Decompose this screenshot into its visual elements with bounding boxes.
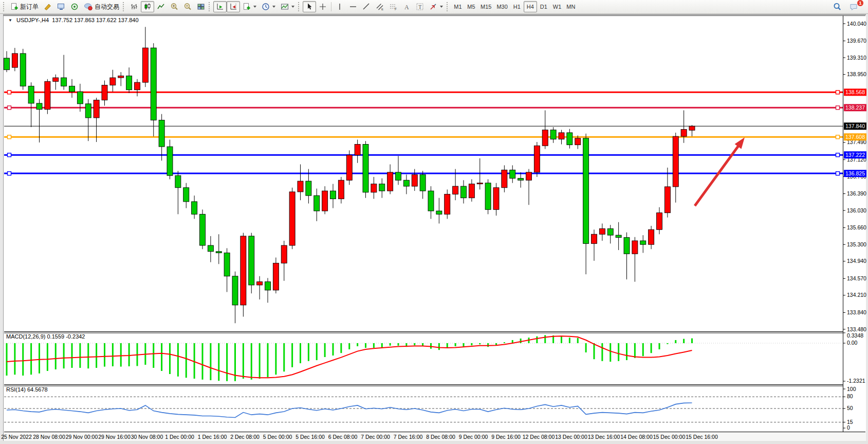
svg-text:137.840: 137.840 bbox=[845, 123, 865, 129]
date-label: 14 Dec 08:00 bbox=[620, 434, 652, 440]
svg-text:-1.2321: -1.2321 bbox=[847, 378, 865, 384]
date-label: 5 Dec 00:00 bbox=[263, 434, 292, 440]
svg-text:134.210: 134.210 bbox=[847, 292, 866, 298]
date-label: 9 Dec 00:00 bbox=[459, 434, 488, 440]
svg-text:135.660: 135.660 bbox=[847, 224, 866, 230]
date-label: 8 Dec 08:00 bbox=[426, 434, 455, 440]
svg-text:0.00: 0.00 bbox=[847, 340, 858, 346]
svg-text:135.300: 135.300 bbox=[847, 241, 866, 247]
svg-text:80: 80 bbox=[847, 393, 853, 399]
svg-text:136.390: 136.390 bbox=[847, 190, 866, 197]
svg-text:136.030: 136.030 bbox=[847, 207, 866, 214]
date-label: 2 Dec 08:00 bbox=[230, 434, 260, 440]
date-label: 12 Dec 08:00 bbox=[523, 434, 555, 440]
svg-text:15: 15 bbox=[847, 419, 853, 425]
chart-canvas[interactable]: 140.040139.670139.310138.950137.490137.1… bbox=[0, 0, 868, 444]
hline-objects[interactable] bbox=[4, 91, 843, 175]
chart-title: ▼ USDJPY-,H4 137.752 137.863 137.622 137… bbox=[8, 17, 139, 23]
svg-text:0.3348: 0.3348 bbox=[847, 332, 863, 339]
rsi-indicator-label: RSI(14) 64.5678 bbox=[6, 386, 48, 393]
date-label: 29 Nov 00:00 bbox=[66, 434, 98, 440]
date-label: 1 Dec 16:00 bbox=[198, 434, 227, 440]
svg-text:100: 100 bbox=[847, 386, 856, 392]
svg-text:134.940: 134.940 bbox=[847, 258, 866, 264]
svg-text:133.480: 133.480 bbox=[847, 326, 866, 332]
svg-text:137.222: 137.222 bbox=[845, 152, 865, 158]
svg-text:139.670: 139.670 bbox=[847, 38, 866, 44]
macd-pane[interactable] bbox=[4, 335, 843, 381]
date-label: 28 Nov 08:00 bbox=[33, 434, 65, 440]
svg-text:138.568: 138.568 bbox=[845, 89, 865, 95]
date-label: 5 Dec 16:00 bbox=[296, 434, 325, 440]
date-label: 6 Dec 08:00 bbox=[328, 434, 358, 440]
app-window: 新订单 自动交易 bbox=[0, 0, 868, 444]
date-label: 7 Dec 16:00 bbox=[394, 434, 423, 440]
collapse-triangle-icon[interactable]: ▼ bbox=[8, 18, 12, 23]
date-label: 9 Dec 16:00 bbox=[491, 434, 521, 440]
svg-text:140.040: 140.040 bbox=[847, 21, 866, 27]
candles-group bbox=[4, 27, 695, 323]
svg-text:138.237: 138.237 bbox=[845, 104, 865, 111]
date-label: 25 Nov 2022 bbox=[1, 434, 32, 440]
chart-symbol-period: USDJPY-,H4 bbox=[16, 17, 49, 23]
svg-text:139.310: 139.310 bbox=[847, 55, 866, 61]
chart-ohlc-values: 137.752 137.863 137.622 137.840 bbox=[52, 17, 138, 23]
date-label: 13 Dec 00:00 bbox=[555, 434, 587, 440]
date-label: 15 Dec 00:00 bbox=[653, 434, 685, 440]
trend-arrow-annotation[interactable] bbox=[695, 137, 745, 206]
date-label: 1 Dec 00:00 bbox=[165, 434, 194, 440]
date-label: 15 Dec 16:00 bbox=[686, 434, 717, 440]
date-label: 13 Dec 16:00 bbox=[588, 434, 620, 440]
svg-text:138.950: 138.950 bbox=[847, 71, 866, 77]
panel-frames bbox=[3, 15, 865, 441]
svg-text:134.570: 134.570 bbox=[847, 275, 866, 281]
svg-text:133.840: 133.840 bbox=[847, 309, 866, 315]
date-label: 29 Nov 16:00 bbox=[98, 434, 130, 440]
svg-text:50: 50 bbox=[847, 405, 853, 411]
date-label: 30 Nov 08:00 bbox=[131, 434, 163, 440]
svg-text:136.825: 136.825 bbox=[845, 170, 865, 176]
macd-indicator-label: MACD(12,26,9) 0.1559 -0.2342 bbox=[6, 333, 85, 340]
price-axis[interactable]: 140.040139.670139.310138.950137.490137.1… bbox=[843, 21, 866, 431]
rsi-pane[interactable] bbox=[4, 397, 843, 422]
svg-text:137.608: 137.608 bbox=[845, 134, 865, 140]
date-label: 7 Dec 00:00 bbox=[361, 434, 390, 440]
svg-text:0: 0 bbox=[847, 424, 850, 431]
